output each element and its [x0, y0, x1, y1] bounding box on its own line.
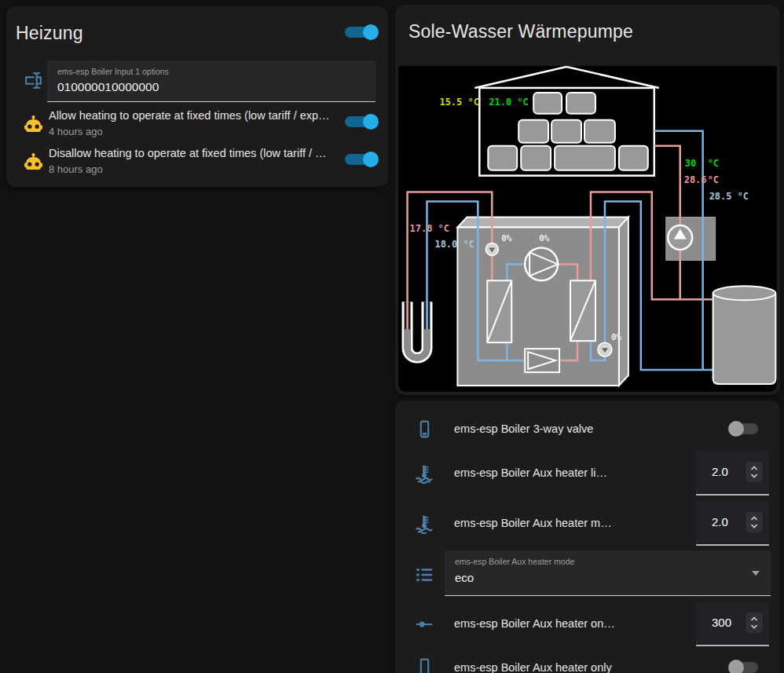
inside-temp-label: 21.0 °C [489, 97, 528, 108]
evaporator [487, 280, 511, 342]
return-temp-unit: °C [708, 174, 719, 185]
circulation-pump [668, 225, 692, 250]
toggle-thumb [363, 152, 379, 167]
format-list-icon [414, 565, 434, 584]
toggle-thumb [728, 660, 744, 673]
expansion-valve [525, 349, 559, 372]
ray-vertex-icon [414, 614, 434, 634]
automation-allow-label[interactable]: Allow heating to operate at fixed times … [49, 109, 336, 122]
form-textbox-icon [24, 71, 43, 90]
stepper-chevrons-icon [746, 613, 763, 633]
select-label: ems-esp Boiler Aux heater mode [455, 557, 574, 566]
brine-out-temp-label: 18.0 °C [434, 239, 474, 250]
compressor-percent: 0% [539, 233, 550, 243]
robot-icon [24, 152, 43, 171]
heat-pump-schematic[interactable]: 15.5 °C 21.0 °C 30 °C 28.6 °C 28.5 °C 17… [398, 66, 777, 392]
entity-3way-valve-toggle[interactable] [727, 421, 763, 437]
brine-pump-percent: 0% [501, 233, 512, 243]
buffer-tank [713, 286, 776, 384]
number-value: 2.0 [712, 450, 728, 494]
entity-3way-valve-label: ems-esp Boiler 3-way valve [454, 422, 593, 435]
number-value: 2.0 [712, 500, 728, 544]
entity-aux-heater-li-number[interactable]: 2.0 [696, 450, 769, 496]
return-temp-value: 28.6 [684, 174, 707, 185]
heizung-card-title: Heizung [16, 23, 83, 44]
charge-pump [598, 342, 612, 357]
automation-disallow-toggle[interactable] [343, 152, 379, 167]
number-value: 300 [712, 601, 731, 645]
field-label: ems-esp Boiler Input 1 options [57, 67, 169, 76]
number-stepper[interactable] [746, 613, 763, 633]
heizung-master-toggle[interactable] [343, 24, 379, 40]
toggle-thumb [363, 24, 379, 40]
robot-icon [24, 114, 43, 134]
supply-temp-unit: °C [708, 158, 719, 169]
outside-temp-label: 15.5 °C [439, 97, 478, 108]
supply-temp-value: 30 [685, 158, 696, 169]
automation-disallow-time: 8 hours ago [49, 163, 103, 175]
entity-aux-heater-on-label: ems-esp Boiler Aux heater on… [454, 617, 615, 630]
entity-aux-heater-m-label: ems-esp Boiler Aux heater m… [454, 517, 612, 529]
entity-aux-heater-only-toggle[interactable] [727, 660, 763, 673]
brine-in-temp-label: 17.8 °C [410, 223, 449, 234]
select-value: eco [455, 571, 474, 584]
water-boiler-icon [415, 419, 434, 439]
stepper-chevrons-icon [746, 462, 763, 482]
toggle-thumb [363, 114, 379, 130]
tank-temp-label: 28.5 °C [709, 191, 749, 202]
number-stepper[interactable] [746, 512, 763, 532]
condenser [570, 280, 595, 341]
field-value: 010000010000000 [57, 80, 159, 94]
automation-disallow-label[interactable]: Disallow heating to operate at fixed tim… [49, 147, 336, 159]
entity-aux-heater-only-label: ems-esp Boiler Aux heater only [454, 661, 612, 673]
thermometer-water-icon [414, 514, 434, 533]
charge-pump-percent: 0% [611, 332, 622, 342]
house [474, 67, 658, 176]
heat-pump-card-title: Sole-Wasser Wärmepumpe [408, 21, 633, 42]
automation-allow-time: 4 hours ago [49, 126, 103, 137]
boiler-entities-card: ems-esp Boiler 3-way valve ems-esp Boile… [395, 401, 780, 673]
entity-aux-heater-li-label: ems-esp Boiler Aux heater li… [454, 466, 607, 479]
schematic-svg: 15.5 °C 21.0 °C 30 °C 28.6 °C 28.5 °C 17… [398, 66, 777, 392]
boiler-input1-options-field[interactable]: ems-esp Boiler Input 1 options 010000010… [47, 60, 376, 102]
entity-aux-heater-mode-select[interactable]: ems-esp Boiler Aux heater mode eco [445, 550, 771, 596]
toggle-thumb [728, 421, 744, 437]
stepper-chevrons-icon [746, 512, 763, 532]
water-boiler-icon [415, 657, 434, 673]
chevron-down-icon [752, 571, 760, 576]
heat-pump-card: Sole-Wasser Wärmepumpe [395, 5, 780, 395]
number-stepper[interactable] [746, 462, 763, 482]
automation-allow-toggle[interactable] [343, 114, 379, 130]
entity-aux-heater-m-number[interactable]: 2.0 [696, 500, 769, 546]
thermometer-water-icon [414, 463, 434, 483]
brine-pump [485, 243, 498, 255]
heizung-card: Heizung ems-esp Boiler Input 1 options 0… [6, 6, 388, 187]
compressor [525, 247, 558, 280]
entity-aux-heater-on-number[interactable]: 300 [696, 601, 769, 646]
